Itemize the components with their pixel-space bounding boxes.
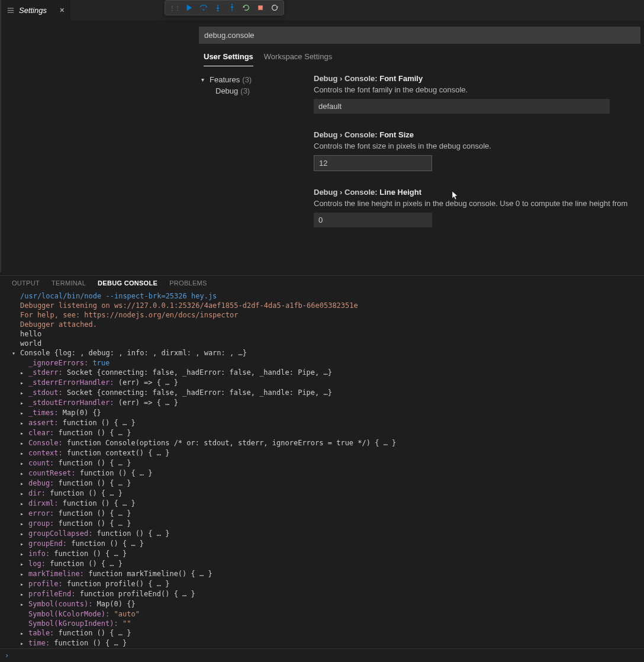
panel-tab-output[interactable]: OUTPUT bbox=[12, 279, 40, 287]
console-prop[interactable]: profileEnd: function profileEnd() { … } bbox=[12, 589, 644, 599]
activity-bar-edge bbox=[0, 0, 1, 272]
console-prop[interactable]: dir: function () { … } bbox=[12, 489, 644, 499]
debug-step-into-button[interactable] bbox=[211, 1, 224, 14]
console-prop: Symbol(kColorMode): "auto" bbox=[12, 609, 644, 619]
console-line: For help, see: https://nodejs.org/en/doc… bbox=[12, 310, 644, 320]
font-family-input[interactable] bbox=[314, 99, 610, 114]
chevron-right-icon[interactable] bbox=[20, 378, 26, 388]
debug-stop-button[interactable] bbox=[254, 1, 267, 14]
setting-name: Line Height bbox=[379, 188, 421, 197]
tab-user-settings[interactable]: User Settings bbox=[204, 52, 253, 66]
chevron-right-icon[interactable] bbox=[20, 479, 26, 489]
debug-step-out-button[interactable] bbox=[226, 1, 239, 14]
debug-continue-button[interactable] bbox=[183, 1, 196, 14]
chevron-right-icon[interactable] bbox=[20, 489, 26, 499]
console-prop[interactable]: _stdout: Socket {connecting: false, _had… bbox=[12, 388, 644, 398]
debug-step-over-button[interactable] bbox=[197, 1, 210, 14]
chevron-right-icon[interactable] bbox=[20, 560, 26, 569]
toc-debug[interactable]: Debug (3) bbox=[215, 85, 314, 97]
console-prop[interactable]: groupCollapsed: function () { … } bbox=[12, 529, 644, 539]
chevron-right-icon[interactable] bbox=[20, 529, 26, 539]
settings-tab-icon bbox=[6, 5, 15, 15]
chevron-down-icon[interactable] bbox=[12, 349, 18, 358]
setting-font-size: Debug › Console: Font Size Controls the … bbox=[314, 130, 639, 171]
console-line: Debugger listening on ws://127.0.0.1:253… bbox=[12, 301, 644, 310]
panel-tabs: OUTPUT TERMINAL DEBUG CONSOLE PROBLEMS bbox=[0, 276, 644, 290]
console-prop[interactable]: profile: function profile() { … } bbox=[12, 579, 644, 589]
console-prop[interactable]: countReset: function () { … } bbox=[12, 468, 644, 478]
console-expandable[interactable]: Console {log: , debug: , info: , dirxml:… bbox=[12, 348, 644, 358]
debug-console-input[interactable]: › bbox=[0, 648, 644, 662]
console-prop[interactable]: count: function () { … } bbox=[12, 458, 644, 468]
settings-list: Debug › Console: Font Family Controls th… bbox=[314, 74, 644, 244]
chevron-right-icon[interactable] bbox=[20, 459, 26, 468]
console-line: world bbox=[12, 339, 644, 348]
console-prop[interactable]: Console: function Console(options /* or:… bbox=[12, 438, 644, 448]
console-prop[interactable]: table: function () { … } bbox=[12, 628, 644, 638]
debug-toolbar[interactable]: ⋮⋮ bbox=[165, 0, 284, 15]
debug-restart-button[interactable] bbox=[240, 1, 253, 14]
svg-rect-3 bbox=[258, 5, 263, 10]
toc-features[interactable]: ▾ Features (3) bbox=[201, 74, 314, 85]
console-prop[interactable]: Symbol(counts): Map(0) {} bbox=[12, 599, 644, 609]
debug-console-output[interactable]: /usr/local/bin/node --inspect-brk=25326 … bbox=[0, 290, 644, 648]
chevron-right-icon[interactable] bbox=[20, 368, 26, 378]
console-prop[interactable]: clear: function () { … } bbox=[12, 428, 644, 438]
tab-settings[interactable]: Settings × bbox=[0, 0, 71, 20]
console-prop[interactable]: _stdoutErrorHandler: (err) => { … } bbox=[12, 398, 644, 408]
chevron-right-icon[interactable] bbox=[20, 600, 26, 609]
chevron-right-icon[interactable] bbox=[20, 519, 26, 529]
console-prop: _ignoreErrors: true bbox=[12, 358, 644, 368]
console-prop[interactable]: context: function context() { … } bbox=[12, 448, 644, 458]
console-prop[interactable]: _stderrErrorHandler: (err) => { … } bbox=[12, 378, 644, 388]
setting-prefix: Debug › Console: bbox=[314, 188, 379, 197]
chevron-right-icon[interactable] bbox=[20, 629, 26, 638]
setting-name: Font Family bbox=[379, 74, 423, 83]
setting-prefix: Debug › Console: bbox=[314, 74, 379, 83]
chevron-right-icon[interactable] bbox=[20, 388, 26, 398]
chevron-right-icon[interactable] bbox=[20, 419, 26, 428]
console-prop[interactable]: time: function () { … } bbox=[12, 638, 644, 648]
console-prop[interactable]: error: function () { … } bbox=[12, 509, 644, 519]
console-prop[interactable]: _stderr: Socket {connecting: false, _had… bbox=[12, 368, 644, 378]
chevron-right-icon[interactable] bbox=[20, 549, 26, 559]
close-icon[interactable]: × bbox=[60, 5, 65, 15]
settings-toc: ▾ Features (3) Debug (3) bbox=[201, 74, 314, 244]
drag-handle-icon[interactable]: ⋮⋮ bbox=[168, 5, 182, 11]
chevron-right-icon[interactable] bbox=[20, 429, 26, 438]
chevron-right-icon[interactable] bbox=[20, 639, 26, 648]
console-prop[interactable]: info: function () { … } bbox=[12, 549, 644, 559]
chevron-right-icon[interactable] bbox=[20, 409, 26, 418]
settings-search-input[interactable]: debug.console bbox=[199, 27, 640, 44]
setting-description: Controls the font size in pixels in the … bbox=[314, 142, 639, 150]
console-prop[interactable]: _times: Map(0) {} bbox=[12, 408, 644, 418]
console-prop[interactable]: log: function () { … } bbox=[12, 559, 644, 569]
chevron-right-icon[interactable] bbox=[20, 580, 26, 589]
chevron-right-icon[interactable] bbox=[20, 509, 26, 519]
chevron-right-icon[interactable] bbox=[20, 469, 26, 478]
chevron-right-icon[interactable] bbox=[20, 539, 26, 549]
panel-tab-terminal[interactable]: TERMINAL bbox=[51, 279, 86, 287]
console-prop[interactable]: groupEnd: function () { … } bbox=[12, 539, 644, 549]
font-size-input[interactable] bbox=[314, 155, 432, 171]
console-prop[interactable]: markTimeline: function markTimeline() { … bbox=[12, 569, 644, 579]
chevron-right-icon[interactable] bbox=[20, 439, 26, 448]
console-prop[interactable]: group: function () { … } bbox=[12, 519, 644, 529]
console-prop[interactable]: assert: function () { … } bbox=[12, 418, 644, 428]
chevron-right-icon[interactable] bbox=[20, 499, 26, 509]
debug-disconnect-button[interactable] bbox=[268, 1, 281, 14]
settings-editor: debug.console User Settings Workspace Se… bbox=[0, 21, 644, 275]
chevron-right-icon[interactable] bbox=[20, 399, 26, 408]
editor-tab-bar: Settings × bbox=[0, 0, 644, 21]
console-line: Debugger attached. bbox=[12, 320, 644, 329]
panel-tab-debug-console[interactable]: DEBUG CONSOLE bbox=[98, 279, 157, 287]
console-prop[interactable]: debug: function () { … } bbox=[12, 478, 644, 489]
console-prop[interactable]: dirxml: function () { … } bbox=[12, 499, 644, 509]
setting-description: Controls the line height in pixels in th… bbox=[314, 199, 639, 208]
panel-tab-problems[interactable]: PROBLEMS bbox=[169, 279, 207, 287]
line-height-input[interactable] bbox=[314, 213, 432, 227]
chevron-right-icon[interactable] bbox=[20, 590, 26, 599]
chevron-right-icon[interactable] bbox=[20, 449, 26, 458]
tab-workspace-settings[interactable]: Workspace Settings bbox=[264, 52, 332, 66]
chevron-right-icon[interactable] bbox=[20, 570, 26, 579]
